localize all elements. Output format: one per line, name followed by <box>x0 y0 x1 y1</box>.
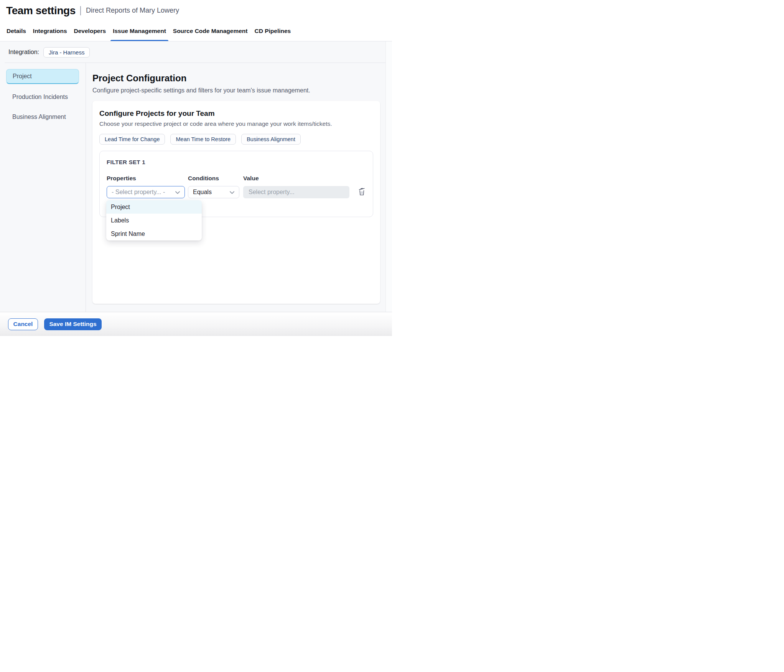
footer-bar: Cancel Save IM Settings <box>0 312 392 336</box>
integration-label: Integration: <box>8 49 39 56</box>
integration-row: Integration: Jira - Harness <box>0 41 385 63</box>
properties-column-label: Properties <box>107 175 188 182</box>
property-select-placeholder: - Select property... - <box>112 189 165 196</box>
chip-mean-time-to-restore[interactable]: Mean Time to Restore <box>170 134 236 145</box>
sidebar-item-project[interactable]: Project <box>6 69 79 84</box>
card-title: Configure Projects for your Team <box>99 109 373 118</box>
page-subtitle: Direct Reports of Mary Lowery <box>86 7 179 15</box>
section-description: Configure project-specific settings and … <box>92 87 380 94</box>
dropdown-option-labels[interactable]: Labels <box>106 214 202 227</box>
tab-developers[interactable]: Developers <box>72 21 109 41</box>
property-dropdown: ProjectLabelsSprint Name <box>106 200 202 240</box>
section-title: Project Configuration <box>92 73 380 84</box>
content-area: Integration: Jira - Harness ProjectProdu… <box>0 41 392 312</box>
metric-chips: Lead Time for ChangeMean Time to Restore… <box>99 134 373 145</box>
sidebar: ProjectProduction IncidentsBusiness Alig… <box>0 63 86 312</box>
filter-row: - Select property... - Equals <box>107 186 366 198</box>
chevron-down-icon <box>175 189 180 196</box>
dropdown-option-project[interactable]: Project <box>106 200 202 214</box>
filter-set-title: FILTER SET 1 <box>107 159 366 165</box>
save-im-settings-button[interactable]: Save IM Settings <box>44 318 102 330</box>
title-separator <box>80 6 81 15</box>
tab-cd-pipelines[interactable]: CD Pipelines <box>252 21 293 41</box>
property-select[interactable]: - Select property... - <box>107 186 185 198</box>
tab-bar: DetailsIntegrationsDevelopersIssue Manag… <box>0 21 392 41</box>
scrollbar-gutter[interactable] <box>385 41 392 312</box>
sidebar-item-business-alignment[interactable]: Business Alignment <box>6 110 79 124</box>
tab-source-code-management[interactable]: Source Code Management <box>171 21 250 41</box>
chip-lead-time-for-change[interactable]: Lead Time for Change <box>99 134 165 145</box>
configure-projects-card: Configure Projects for your Team Choose … <box>92 101 380 304</box>
value-column-label: Value <box>243 175 366 182</box>
tab-details[interactable]: Details <box>4 21 28 41</box>
main-panel: Project Configuration Configure project-… <box>86 63 386 312</box>
card-subtitle: Choose your respective project or code a… <box>99 120 373 127</box>
delete-filter-button[interactable] <box>358 187 366 197</box>
tab-issue-management[interactable]: Issue Management <box>110 21 168 41</box>
value-input[interactable] <box>243 186 349 198</box>
filter-set-1: FILTER SET 1 Properties Conditions Value… <box>99 151 373 217</box>
condition-select-value: Equals <box>193 189 212 196</box>
dropdown-option-sprint-name[interactable]: Sprint Name <box>106 227 202 240</box>
filter-column-labels: Properties Conditions Value <box>107 175 366 182</box>
cancel-button[interactable]: Cancel <box>8 318 38 330</box>
conditions-column-label: Conditions <box>188 175 243 182</box>
sidebar-item-production-incidents[interactable]: Production Incidents <box>6 90 79 104</box>
chip-business-alignment[interactable]: Business Alignment <box>241 134 301 145</box>
trash-icon <box>358 187 366 197</box>
tab-integrations[interactable]: Integrations <box>31 21 69 41</box>
page-header: Team settings Direct Reports of Mary Low… <box>0 0 392 21</box>
integration-chip[interactable]: Jira - Harness <box>43 47 90 58</box>
page-title: Team settings <box>6 5 76 17</box>
condition-select[interactable]: Equals <box>188 186 239 198</box>
chevron-down-icon <box>230 189 234 196</box>
settings-body: ProjectProduction IncidentsBusiness Alig… <box>0 63 385 312</box>
